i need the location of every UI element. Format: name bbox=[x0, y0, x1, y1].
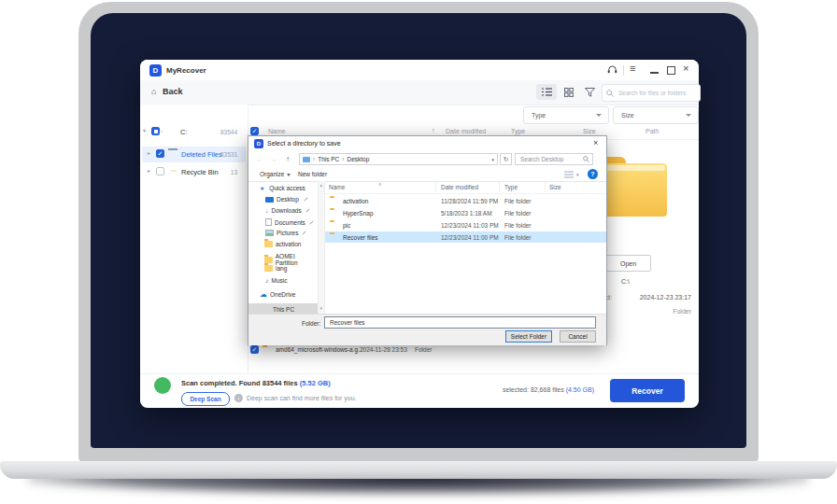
column-name[interactable]: Name bbox=[268, 128, 286, 134]
laptop-base bbox=[0, 461, 837, 479]
select-folder-button[interactable]: Select Folder bbox=[505, 330, 552, 343]
list-view-button[interactable] bbox=[536, 84, 557, 100]
maximize-icon[interactable] bbox=[667, 66, 675, 75]
scroll-down-icon[interactable]: ▾ bbox=[320, 305, 323, 311]
view-options-icon[interactable] bbox=[564, 171, 574, 179]
file-name: HyperSnap bbox=[343, 210, 374, 217]
file-type: File folder bbox=[504, 222, 532, 229]
back-arrow-icon[interactable]: ← bbox=[256, 155, 263, 163]
folder-name-field[interactable] bbox=[324, 316, 596, 329]
drive-c-checkbox[interactable] bbox=[151, 127, 160, 135]
list-item-selected[interactable]: Recover files 12/23/2024 11:00 PM File f… bbox=[325, 231, 606, 243]
breadcrumb-root[interactable]: This PC bbox=[318, 156, 339, 162]
column-date-modified[interactable]: Date modified bbox=[446, 128, 486, 134]
tree-item-lang[interactable]: lang bbox=[264, 265, 287, 272]
type-filter-select[interactable]: Type bbox=[523, 106, 609, 124]
sidebar-item-drive-c[interactable]: ▾ C: 83544 bbox=[140, 124, 246, 140]
new-folder-button[interactable]: New folder bbox=[298, 171, 327, 177]
deleted-files-checkbox[interactable] bbox=[156, 149, 164, 158]
filter-funnel-icon[interactable] bbox=[583, 86, 596, 98]
column-path[interactable]: Path bbox=[645, 128, 659, 134]
dialog-titlebar[interactable]: D Select a directory to save × bbox=[248, 136, 606, 151]
back-label: Back bbox=[163, 87, 183, 96]
support-headset-icon[interactable] bbox=[605, 64, 618, 76]
download-icon: ↓ bbox=[265, 207, 269, 214]
close-icon[interactable]: × bbox=[683, 63, 688, 74]
tree-item-downloads[interactable]: ↓ Downloads bbox=[265, 207, 310, 214]
tree-item-quick-access[interactable]: ★ Quick access bbox=[260, 185, 305, 191]
tree-item-documents[interactable]: Documents bbox=[265, 218, 314, 226]
tree-item-desktop[interactable]: Desktop bbox=[265, 196, 308, 203]
refresh-button[interactable]: ↻ bbox=[500, 153, 512, 165]
deep-scan-button[interactable]: Deep Scan bbox=[181, 392, 230, 406]
list-column-date[interactable]: Date modified bbox=[441, 184, 478, 190]
list-column-size[interactable]: Size bbox=[549, 184, 561, 190]
row-name: amd64_microsoft-windows-a.g... bbox=[276, 346, 363, 353]
app-logo-icon: D bbox=[149, 64, 162, 77]
caret-right-icon[interactable]: ▸ bbox=[148, 149, 150, 156]
list-column-type[interactable]: Type bbox=[504, 184, 518, 190]
row-checkbox[interactable] bbox=[250, 345, 259, 354]
recover-button[interactable]: Recover bbox=[610, 379, 685, 402]
column-type[interactable]: Type bbox=[511, 128, 525, 134]
minimize-icon[interactable] bbox=[650, 72, 659, 74]
file-date: 12/23/2024 11:00 PM bbox=[441, 234, 499, 241]
app-search-box[interactable] bbox=[602, 84, 701, 102]
home-icon: ⌂ bbox=[151, 87, 156, 96]
tree-item-aomei-partition[interactable]: AOMEI Partition bbox=[264, 253, 318, 266]
sidebar-item-recycle-bin[interactable]: ▸ Recycle Bin 13 bbox=[142, 164, 246, 180]
list-item[interactable]: pic 12/23/2024 11:03 PM File folder bbox=[325, 219, 606, 231]
dialog-search-box[interactable] bbox=[515, 153, 593, 165]
sort-up-icon[interactable]: ↑ bbox=[432, 127, 435, 133]
tree-item-pictures[interactable]: Pictures bbox=[265, 230, 306, 236]
selected-text: selected: 82,668 files bbox=[503, 386, 564, 393]
tree-label: lang bbox=[276, 265, 287, 272]
column-divider bbox=[545, 182, 546, 192]
list-item[interactable]: HyperSnap 5/18/2023 1:18 AM File folder bbox=[325, 207, 606, 218]
grid-view-button[interactable] bbox=[562, 86, 575, 98]
breadcrumb-folder[interactable]: Desktop bbox=[347, 156, 369, 162]
music-icon: ♪ bbox=[265, 277, 269, 284]
organize-menu[interactable]: Organize bbox=[260, 171, 291, 177]
scroll-up-icon[interactable]: ▴ bbox=[320, 182, 323, 188]
list-column-name[interactable]: Name bbox=[329, 184, 345, 190]
sidebar-item-deleted-files[interactable]: ▸ Deleted Files 83531 bbox=[142, 147, 246, 162]
dialog-nav: ← → ↑ › This PC › Desktop ▾ ↻ bbox=[248, 151, 606, 167]
scan-size-text: (5.52 GB) bbox=[300, 379, 331, 387]
tree-item-music[interactable]: ♪ Music bbox=[265, 277, 287, 284]
dialog-file-list: Name ∧ Date modified Type Size activatio… bbox=[325, 181, 606, 314]
tree-scrollbar[interactable]: ▴ ▾ bbox=[318, 181, 325, 314]
file-date: 5/18/2023 1:18 AM bbox=[441, 210, 492, 217]
column-divider bbox=[499, 182, 500, 192]
tree-item-activation[interactable]: activation bbox=[264, 241, 301, 247]
star-icon: ★ bbox=[260, 186, 264, 191]
open-button[interactable]: Open bbox=[605, 255, 651, 272]
column-size[interactable]: Size bbox=[583, 128, 596, 134]
table-row[interactable]: amd64_microsoft-windows-a.g... 2024-11-2… bbox=[248, 343, 699, 357]
chevron-icon: › bbox=[313, 156, 315, 162]
scan-message-text: Scan completed. Found 83544 files bbox=[181, 379, 298, 387]
dialog-search-input[interactable] bbox=[518, 155, 583, 163]
menu-icon[interactable]: ≡ bbox=[630, 63, 635, 74]
address-bar[interactable]: › This PC › Desktop ▾ bbox=[299, 153, 498, 165]
caret-right-icon[interactable]: ▸ bbox=[148, 167, 150, 174]
sort-asc-icon: ∧ bbox=[378, 181, 382, 187]
size-filter-select[interactable]: Size bbox=[613, 106, 699, 124]
cancel-button[interactable]: Cancel bbox=[560, 330, 596, 343]
up-arrow-icon[interactable]: ↑ bbox=[286, 155, 290, 163]
app-search-input[interactable] bbox=[617, 89, 696, 97]
dialog-title: Select a directory to save bbox=[267, 140, 341, 147]
list-item[interactable]: activation 11/28/2024 11:59 PM File fold… bbox=[325, 195, 606, 206]
address-dropdown-icon[interactable]: ▾ bbox=[491, 157, 494, 162]
select-all-checkbox[interactable] bbox=[250, 127, 259, 135]
recycle-bin-checkbox[interactable] bbox=[156, 167, 164, 175]
tree-item-onedrive[interactable]: ☁ OneDrive bbox=[260, 291, 295, 298]
dialog-close-icon[interactable]: × bbox=[593, 138, 598, 147]
folder-name-input[interactable] bbox=[328, 318, 592, 327]
chevron-down-icon[interactable]: ▾ bbox=[576, 172, 579, 177]
tree-item-this-pc[interactable]: This PC bbox=[248, 303, 318, 314]
forward-arrow-icon[interactable]: → bbox=[269, 155, 277, 163]
help-icon[interactable]: ? bbox=[588, 169, 598, 179]
back-button[interactable]: ⌂ Back bbox=[151, 87, 182, 96]
caret-down-icon[interactable]: ▾ bbox=[143, 127, 146, 133]
